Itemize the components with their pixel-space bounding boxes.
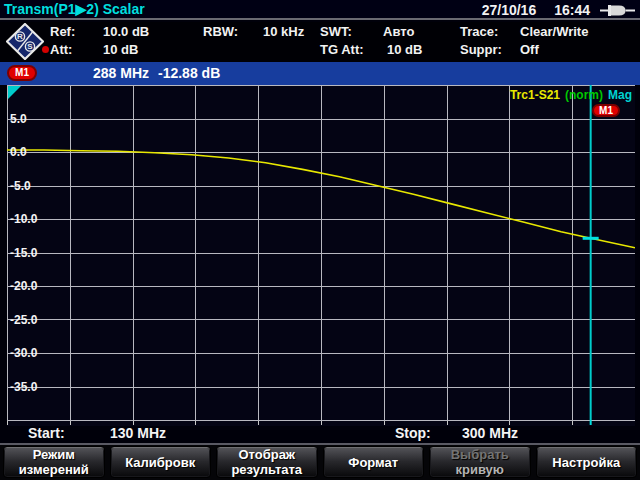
marker-flag[interactable]: M1	[592, 104, 620, 117]
softkey-display-result[interactable]: Отображрезультата	[216, 446, 318, 478]
softkey-label: Режим	[33, 447, 75, 462]
y-axis-label: -25.0	[10, 313, 37, 327]
trace-format: Mag	[608, 88, 632, 102]
stop-label: Stop:	[395, 425, 431, 441]
trace-norm: (norm)	[565, 88, 603, 102]
svg-text:R: R	[17, 32, 23, 41]
measurement-title: Transm(P1▶2) Scalar	[4, 1, 145, 17]
y-axis-label: -15.0	[10, 246, 37, 260]
att-label: Att:	[50, 42, 72, 57]
y-axis-label: -5.0	[10, 179, 31, 193]
softkey-bar: РежимизмеренийКалибровкОтображрезультата…	[0, 443, 640, 480]
time-text: 16:44	[554, 2, 590, 18]
marker-trace-point	[583, 237, 599, 240]
trace-mode-value: Clear/Write	[520, 24, 588, 39]
softkey-measurement-mode[interactable]: Режимизмерений	[3, 446, 105, 478]
tg-att-value: 10 dB	[387, 42, 422, 57]
rohde-schwarz-logo: R S	[6, 23, 44, 60]
softkey-calibration[interactable]: Калибровк	[110, 446, 212, 478]
swt-label: SWT:	[320, 24, 352, 39]
softkey-label: Формат	[348, 455, 398, 470]
trace-display-area: Trc1-S21(norm)Mag M1 5.00.0-5.0-10.0-15.…	[0, 85, 640, 426]
ref-position-indicator	[8, 86, 21, 99]
suppr-value: Off	[520, 42, 539, 57]
start-label: Start:	[28, 425, 65, 441]
y-axis-label: -10.0	[10, 212, 37, 226]
softkey-label: Калибровк	[125, 455, 195, 470]
trace-name: Trc1-S21	[510, 88, 560, 102]
att-active-dot-icon	[42, 46, 49, 53]
stop-value: 300 MHz	[462, 425, 518, 441]
y-axis-label: -30.0	[10, 346, 37, 360]
plot-grid	[7, 85, 635, 426]
marker-level: -12.88 dB	[158, 65, 220, 81]
softkey-label: результата	[231, 462, 302, 477]
date-text: 27/10/16	[482, 2, 537, 18]
suppr-label: Suppr:	[460, 42, 502, 57]
trace-label: Trc1-S21(norm)Mag	[510, 88, 632, 102]
dc-power-icon	[600, 4, 636, 17]
start-value: 130 MHz	[110, 425, 166, 441]
swt-value: Авто	[383, 24, 414, 39]
softkey-label: Отображ	[238, 447, 295, 462]
rbw-label: RBW:	[203, 24, 238, 39]
marker-frequency: 288 MHz	[93, 65, 149, 81]
softkey-select-trace: Выбратькривую	[429, 446, 531, 478]
frequency-axis-row: Start: 130 MHz Stop: 300 MHz	[0, 423, 640, 443]
ref-value: 10.0 dB	[103, 24, 149, 39]
title-bar: Transm(P1▶2) Scalar 27/10/16 16:44	[0, 0, 640, 20]
rbw-value: 10 kHz	[263, 24, 304, 39]
marker-readout-bar: M1 288 MHz -12.88 dB	[0, 62, 640, 85]
softkey-label: Выбрать	[451, 447, 509, 462]
svg-text:S: S	[27, 42, 33, 51]
softkey-label: измерений	[19, 462, 89, 477]
trace-mode-label: Trace:	[460, 24, 498, 39]
softkey-label: Настройка	[552, 455, 620, 470]
tg-att-label: TG Att:	[320, 42, 364, 57]
analyzer-screen: Transm(P1▶2) Scalar 27/10/16 16:44 R S R…	[0, 0, 640, 480]
att-value: 10 dB	[103, 42, 138, 57]
marker-badge: M1	[7, 65, 37, 81]
y-axis-label: -35.0	[10, 380, 37, 394]
y-axis-label: -20.0	[10, 279, 37, 293]
ref-label: Ref:	[50, 24, 75, 39]
softkey-setup[interactable]: Настройка	[536, 446, 638, 478]
y-axis-label: 5.0	[10, 112, 27, 126]
settings-header: R S Ref: 10.0 dB RBW: 10 kHz SWT: Авто T…	[0, 22, 640, 62]
datetime: 27/10/16 16:44	[482, 0, 636, 20]
softkey-label: кривую	[456, 462, 504, 477]
softkey-format[interactable]: Формат	[323, 446, 425, 478]
y-axis-label: 0.0	[10, 145, 27, 159]
